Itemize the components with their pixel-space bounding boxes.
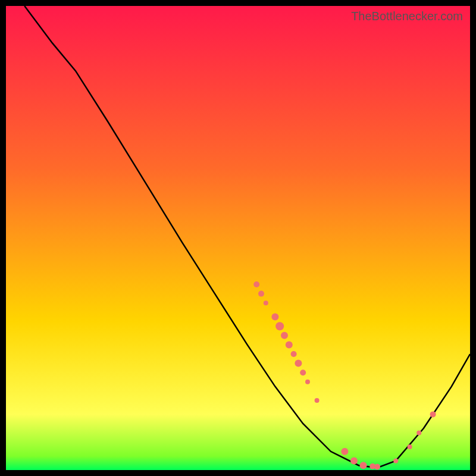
data-point [281,332,288,339]
data-point [408,444,412,449]
data-point [416,431,421,436]
data-point [341,448,348,455]
data-point [291,351,297,357]
data-point [360,462,367,469]
data-point [253,281,259,287]
data-point [264,300,268,305]
scatter-points [6,6,470,470]
data-point [275,322,284,330]
data-point [286,341,293,348]
data-point [350,457,358,464]
watermark-text: TheBottlenecker.com [351,10,463,23]
chart-container: TheBottlenecker.com [6,6,470,470]
data-point [271,314,278,321]
data-point [295,360,302,367]
data-point [393,458,398,463]
data-point [374,464,380,470]
data-point [300,369,306,375]
data-point [430,411,436,417]
data-point [258,291,264,297]
data-point [305,380,310,384]
data-point [315,398,320,403]
